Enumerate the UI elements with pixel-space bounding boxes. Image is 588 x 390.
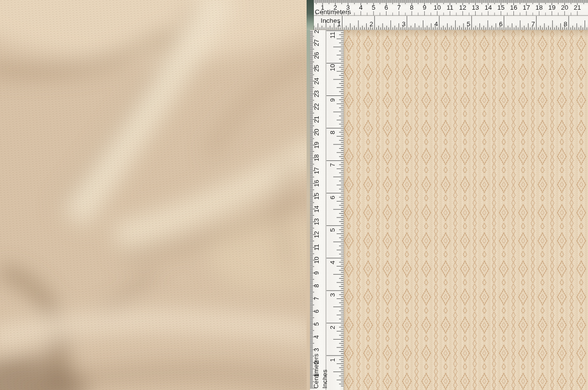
ruler-number: 15 (313, 193, 320, 200)
vertical-ruler-inches-label: Inches (322, 369, 328, 389)
vertical-ruler: 1234567891011121314151617181920212223242… (310, 30, 344, 390)
ruler-number: 17 (313, 167, 320, 174)
ruler-number: 15 (497, 4, 505, 11)
ruler-number: 21 (313, 116, 320, 123)
ruler-number: 20 (313, 129, 320, 136)
ruler-number: 6 (329, 196, 336, 200)
horizontal-ruler-scale: 1234567891011121314151617181920211234567… (314, 0, 588, 30)
backdrop-edge (307, 30, 310, 390)
ruler-number: 28 (313, 30, 320, 33)
drape-illustration (0, 0, 307, 390)
ruler-number: 7 (531, 20, 535, 28)
ruler-number: 6 (499, 20, 503, 28)
ruler-number: 4 (313, 335, 320, 339)
ruler-number: 3 (329, 293, 336, 297)
ruler-number: 26 (313, 52, 320, 59)
ruler-number: 4 (329, 261, 336, 265)
ruler-number: 24 (313, 78, 320, 84)
ruler-number: 6 (385, 4, 388, 11)
fabric-product-image: 1234567891011121314151617181920211234567… (0, 0, 588, 390)
ruler-number: 10 (329, 64, 336, 71)
ruler-number: 8 (564, 20, 568, 28)
ruler-number: 14 (313, 205, 320, 212)
ruler-number: 7 (397, 4, 401, 11)
ruler-number: 22 (313, 103, 320, 110)
ruler-number: 21 (573, 4, 581, 11)
ruler-number: 7 (329, 163, 336, 167)
ruler-number: 18 (313, 155, 320, 161)
horizontal-ruler: 1234567891011121314151617181920211234567… (314, 0, 588, 30)
ruler-number: 2 (370, 20, 373, 28)
ruler-number: 17 (523, 4, 530, 11)
ruler-number: 19 (313, 141, 320, 148)
ruler-number: 14 (484, 4, 492, 11)
ruler-number: 4 (434, 20, 438, 28)
flat-fabric-with-rulers: 1234567891011121314151617181920211234567… (307, 0, 588, 390)
ruler-number: 25 (313, 65, 320, 72)
ruler-number: 5 (466, 20, 470, 28)
ruler-number: 8 (329, 131, 336, 135)
backdrop-corner (307, 0, 314, 30)
ruler-number: 3 (402, 20, 406, 28)
ruler-number: 11 (447, 4, 453, 11)
ruler-number: 5 (329, 228, 336, 232)
ruler-number: 5 (313, 322, 320, 326)
ruler-number: 8 (313, 284, 320, 287)
ruler-number: 10 (433, 4, 441, 11)
ruler-number: 9 (423, 4, 427, 11)
ruler-number: 8 (410, 4, 414, 11)
horizontal-ruler-inches-label: Inches (321, 17, 340, 24)
fabric-pattern (344, 30, 588, 390)
vertical-ruler-centimeters-label: Centimeters (313, 354, 319, 389)
horizontal-ruler-centimeters-label: Centimeters (315, 9, 351, 15)
ruler-number: 1 (329, 358, 336, 362)
vertical-ruler-scale: 1234567891011121314151617181920212223242… (310, 30, 344, 390)
ruler-number: 12 (313, 231, 320, 238)
ruler-number: 20 (561, 4, 568, 11)
draped-fabric-photo (0, 0, 307, 390)
ruler-number: 9 (313, 271, 320, 275)
ruler-number: 11 (313, 244, 320, 250)
ruler-number: 16 (313, 180, 320, 187)
ruler-number: 7 (313, 297, 320, 300)
ruler-number: 3 (313, 348, 320, 351)
ruler-number: 16 (510, 4, 517, 11)
ruler-number: 6 (313, 310, 320, 313)
ruler-number: 2 (329, 326, 336, 329)
ruler-number: 27 (313, 39, 320, 46)
flat-fabric-swatch (344, 30, 588, 390)
ruler-number: 13 (313, 218, 320, 225)
ruler-number: 10 (313, 257, 320, 264)
ruler-number: 13 (472, 4, 479, 11)
ruler-number: 11 (329, 31, 336, 38)
ruler-number: 4 (359, 4, 363, 11)
ruler-number: 19 (548, 4, 556, 11)
ruler-number: 23 (313, 91, 320, 97)
ruler-number: 18 (536, 4, 543, 11)
ruler-number: 5 (371, 4, 375, 11)
ruler-number: 9 (329, 98, 336, 102)
ruler-number: 12 (459, 4, 466, 11)
